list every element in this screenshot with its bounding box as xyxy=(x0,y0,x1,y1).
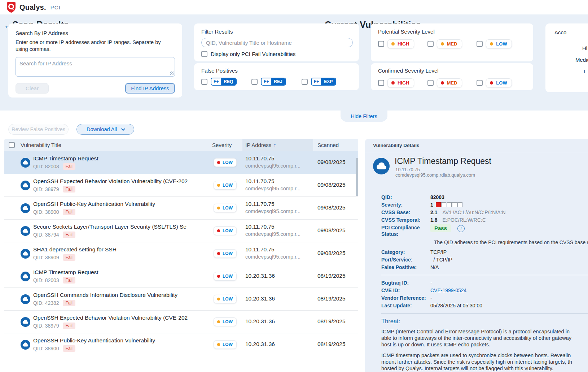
table-row[interactable]: OpenSSH Expected Behavior Violation Vuln… xyxy=(4,174,358,197)
severity-bar-cell xyxy=(447,202,452,207)
select-all-checkbox[interactable] xyxy=(9,142,15,148)
row-severity-badge: LOW xyxy=(214,181,237,190)
filter-results-input[interactable] xyxy=(201,38,353,47)
severity-dot-icon xyxy=(217,320,220,323)
table-row[interactable]: OpenSSH Public-Key Authentication Vulner… xyxy=(4,197,358,220)
row-scanned-date: 08/19/2025 xyxy=(317,341,346,347)
row-scanned-date: 08/19/2025 xyxy=(317,318,346,325)
qid-label: QID: xyxy=(381,194,430,200)
row-severity-label: LOW xyxy=(223,342,233,347)
table-row[interactable]: OpenSSH Commands Information Disclosure … xyxy=(4,288,358,311)
severity-value: 1 xyxy=(430,202,433,208)
search-by-ip-card: Search By IP Address Enter one or more I… xyxy=(8,23,182,98)
threat-line: ICMP (Internet Control and Error Message… xyxy=(381,328,588,335)
row-vulnerability-title: OpenSSH Public-Key Authentication Vulner… xyxy=(33,201,206,207)
download-all-button[interactable]: Download All xyxy=(76,124,134,135)
table-row[interactable]: SHA1 deprecated setting for SSHQID: 3890… xyxy=(4,242,358,265)
cloud-icon xyxy=(21,181,30,190)
false-positive-checkbox[interactable] xyxy=(302,79,308,85)
row-scanned-date: 08/19/2025 xyxy=(317,273,346,279)
fail-badge: Fail xyxy=(63,163,75,170)
category-label: Category: xyxy=(381,249,430,255)
row-subline: QID: 82003Fail xyxy=(33,163,75,170)
table-scrollbar-thumb[interactable] xyxy=(356,158,358,196)
severity-dot-icon xyxy=(217,161,220,164)
table-row[interactable]: OpenSSH Public-Key Authentication Vulner… xyxy=(4,333,358,356)
row-subline: QID: 38979Fail xyxy=(33,186,75,193)
false-positive-badge: F+REQ xyxy=(211,78,237,86)
row-vulnerability-title: SHA1 deprecated setting for SSH xyxy=(33,246,206,253)
row-qid: QID: 38909 xyxy=(33,255,59,260)
chevron-down-icon xyxy=(121,127,125,131)
severity-dot-icon xyxy=(217,207,220,209)
search-ip-title: Search By IP Address xyxy=(16,30,175,36)
cve-id-link[interactable]: CVE-1999-0524 xyxy=(430,287,466,294)
severity-checkbox[interactable] xyxy=(378,41,384,47)
pci-fail-checkbox[interactable] xyxy=(201,51,207,57)
fail-badge: Fail xyxy=(63,232,75,238)
hide-filters-button[interactable]: Hide Filters xyxy=(341,111,387,122)
row-scanned-date: 09/08/2025 xyxy=(317,182,346,188)
severity-checkbox[interactable] xyxy=(378,80,384,86)
severity-filter-option: MED xyxy=(427,39,477,48)
bugtraq-label: Bugtraq ID: xyxy=(381,280,430,286)
table-toolbar: Review False Positives Download All xyxy=(8,124,134,135)
threat-line: hosted by Qualys. Internal targets will … xyxy=(381,365,588,372)
false-positive-option: F+REQ xyxy=(201,78,251,86)
clipped-card-title: Acco xyxy=(554,29,588,35)
cloud-icon xyxy=(21,226,30,236)
threat-line: mount further attacks. Since the risk is… xyxy=(381,359,588,365)
table-row[interactable]: ICMP Timestamp RequestQID: 82003FailLOW1… xyxy=(4,151,358,174)
qualys-logo[interactable]: Qualys. PCI xyxy=(6,1,61,13)
severity-filter-badge: MED xyxy=(437,78,462,87)
ip-search-input[interactable] xyxy=(16,57,175,77)
row-vulnerability-title: OpenSSH Expected Behavior Violation Vuln… xyxy=(33,315,206,321)
severity-bar-cell xyxy=(441,202,446,207)
row-severity-badge: LOW xyxy=(214,204,237,212)
details-title: ICMP Timestamp Request xyxy=(395,156,491,166)
row-subline: QID: 82003Fail xyxy=(33,277,75,284)
clear-button[interactable]: Clear xyxy=(16,83,49,94)
threat-heading: Threat: xyxy=(381,318,588,325)
row-qid: QID: 82003 xyxy=(33,277,59,283)
find-ip-address-button[interactable]: Find IP Address xyxy=(125,83,175,94)
row-ip-address: 10.11.70.75 xyxy=(245,155,275,162)
row-subline: QID: 38794Fail xyxy=(33,232,75,238)
severity-dot-icon xyxy=(217,252,220,255)
column-header-scanned: Scanned xyxy=(317,142,339,148)
fail-badge: Fail xyxy=(63,209,75,215)
severity-checkbox[interactable] xyxy=(427,41,434,47)
fp-badge-label: REQ xyxy=(221,78,236,85)
false-positive-label: False Positive: xyxy=(381,264,430,271)
severity-filter-label: HIGH xyxy=(398,80,409,86)
fail-badge: Fail xyxy=(63,254,75,261)
severity-checkbox[interactable] xyxy=(477,80,483,86)
review-false-positives-button[interactable]: Review False Positives xyxy=(8,124,69,135)
table-row[interactable]: OpenSSH Expected Behavior Violation Vuln… xyxy=(4,311,358,333)
row-severity-label: LOW xyxy=(223,297,233,302)
table-row[interactable]: Secure Sockets Layer/Transport Layer Sec… xyxy=(4,220,358,242)
column-header-ip[interactable]: IP Address↑ xyxy=(245,142,276,148)
details-divider xyxy=(381,313,588,313)
false-positive-badge: F+REJ xyxy=(261,78,286,86)
severity-checkbox[interactable] xyxy=(477,41,483,47)
info-icon[interactable]: i xyxy=(457,225,465,232)
false-positive-checkbox[interactable] xyxy=(201,79,207,85)
row-subline: QID: 42382Fail xyxy=(33,300,75,306)
fp-prefix: F+ xyxy=(312,78,321,85)
cloud-icon xyxy=(21,317,30,327)
false-positive-value: N/A xyxy=(430,264,439,271)
row-subline: QID: 38979Fail xyxy=(33,323,75,329)
row-qid: QID: 38794 xyxy=(33,232,59,238)
table-row[interactable]: ICMP Timestamp RequestQID: 82003FailLOW1… xyxy=(4,265,358,288)
row-qid: QID: 38900 xyxy=(33,209,59,215)
clipped-row-label: Hi xyxy=(582,45,587,51)
severity-checkbox[interactable] xyxy=(427,80,434,86)
row-hostname: comdevpsql95.comp.r... xyxy=(245,208,317,214)
false-positive-checkbox[interactable] xyxy=(251,79,258,85)
clipped-row-label: Mediu xyxy=(575,57,588,63)
filter-results-card: Filter Results Display only PCI Fail Vul… xyxy=(194,23,359,61)
qid-value: 82003 xyxy=(430,194,444,200)
severity-dot-icon xyxy=(217,229,220,232)
fp-prefix: F+ xyxy=(211,78,221,85)
